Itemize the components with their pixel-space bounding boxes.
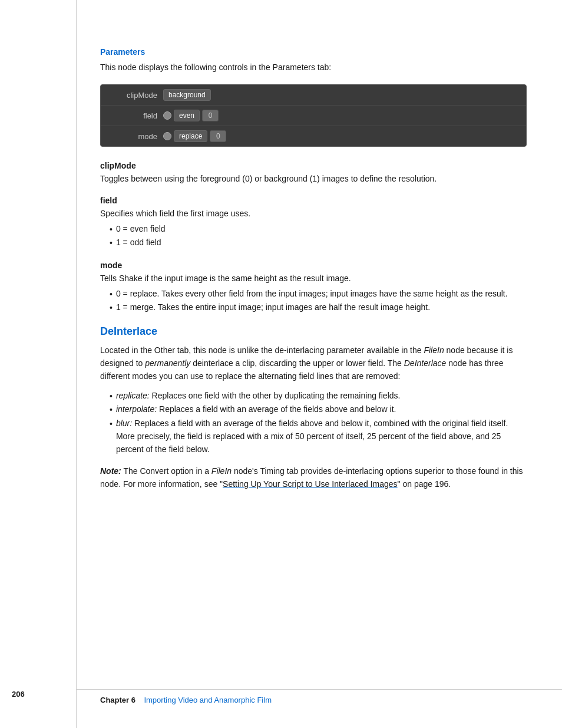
ui-panel-row-clipmode: clipMode background: [101, 85, 526, 106]
field-number[interactable]: 0: [202, 110, 219, 121]
mode-bullets: • 0 = replace. Takes every other field f…: [110, 287, 527, 315]
parameters-heading: Parameters: [100, 47, 527, 57]
field-control: even 0: [163, 110, 219, 121]
mode-param-name: mode: [100, 261, 527, 270]
note-link[interactable]: Setting Up Your Script to Use Interlaced…: [223, 479, 398, 489]
mode-section: mode Tells Shake if the input image is t…: [100, 261, 527, 315]
bullet-dot: •: [110, 223, 113, 236]
bullet-dot: •: [110, 236, 113, 249]
ui-panel-row-field: field even 0: [101, 106, 526, 126]
field-bullet-1: • 1 = odd field: [110, 236, 527, 249]
page-number: 206: [12, 690, 25, 699]
left-margin: 206: [0, 0, 77, 728]
bullet-dot: •: [110, 288, 113, 301]
parameters-section: Parameters This node displays the follow…: [100, 47, 527, 315]
footer-chapter-title: Importing Video and Anamorphic Film: [144, 696, 272, 704]
filein-italic: FileIn: [424, 345, 444, 355]
deinterlace-bullet-0-text: replicate: Replaces one field with the o…: [116, 389, 401, 403]
mode-label: mode: [110, 132, 157, 141]
page-container: 206 Parameters This node displays the fo…: [0, 0, 562, 728]
clipmode-param-desc: Toggles between using the foreground (0)…: [100, 173, 527, 185]
field-dropdown[interactable]: even: [174, 110, 200, 121]
note-label: Note:: [100, 466, 121, 476]
mode-number[interactable]: 0: [210, 130, 226, 142]
ui-panel: clipMode background field even 0: [100, 84, 527, 147]
deinterlace-section: DeInterlace Located in the Other tab, th…: [100, 325, 527, 491]
field-spin-btn[interactable]: [163, 111, 171, 120]
field-bullet-0: • 0 = even field: [110, 222, 527, 236]
mode-bullet-1-text: 1 = merge. Takes the entire input image;…: [116, 301, 430, 314]
bullet-dot: •: [110, 390, 113, 403]
bullet-dot: •: [110, 403, 113, 416]
bullet-dot: •: [110, 301, 113, 314]
deinterlace-bullet-1: • interpolate: Replaces a field with an …: [110, 403, 527, 416]
mode-bullet-0: • 0 = replace. Takes every other field f…: [110, 287, 527, 301]
mode-param-desc: Tells Shake if the input image is the sa…: [100, 272, 527, 285]
deinterlace-bullets: • replicate: Replaces one field with the…: [110, 389, 527, 456]
field-bullets: • 0 = even field • 1 = odd field: [110, 222, 527, 250]
footer: Chapter 6 Importing Video and Anamorphic…: [77, 689, 562, 704]
mode-bullet-0-text: 0 = replace. Takes every other field fro…: [116, 287, 508, 301]
deinterlace-body1: Located in the Other tab, this node is u…: [100, 344, 527, 383]
deinterlace-bullet-2: • blur: Replaces a field with an average…: [110, 417, 527, 456]
ui-panel-row-mode: mode replace 0: [101, 126, 526, 146]
permanently-italic: permanently: [145, 358, 190, 368]
content-area: Parameters This node displays the follow…: [77, 0, 562, 728]
note-text: Note: The Convert option in a FileIn nod…: [100, 465, 527, 491]
parameters-intro: This node displays the following control…: [100, 61, 527, 74]
field-section: field Specifies which field the first im…: [100, 196, 527, 250]
clipmode-section: clipMode Toggles between using the foreg…: [100, 161, 527, 185]
field-param-desc: Specifies which field the first image us…: [100, 207, 527, 220]
field-bullet-0-text: 0 = even field: [116, 222, 166, 236]
clipmode-label: clipMode: [110, 91, 157, 100]
deinterlace-title: DeInterlace: [100, 325, 527, 338]
mode-bullet-1: • 1 = merge. Takes the entire input imag…: [110, 301, 527, 314]
clipmode-dropdown[interactable]: background: [163, 89, 211, 101]
footer-chapter-label: Chapter 6: [100, 696, 135, 704]
mode-spin-btn[interactable]: [163, 132, 171, 140]
clipmode-param-name: clipMode: [100, 161, 527, 170]
deinterlace-bullet-0: • replicate: Replaces one field with the…: [110, 389, 527, 403]
bullet-dot: •: [110, 417, 113, 456]
deinterlace-bullet-2-text: blur: Replaces a field with an average o…: [116, 417, 527, 456]
footer-chapter: Chapter 6 Importing Video and Anamorphic…: [100, 696, 272, 704]
mode-dropdown[interactable]: replace: [174, 130, 207, 142]
mode-control: replace 0: [163, 130, 226, 142]
deinterlace-italic: DeInterlace: [404, 358, 447, 368]
filein-note-italic: FileIn: [211, 466, 232, 476]
deinterlace-bullet-1-text: interpolate: Replaces a field with an av…: [116, 403, 396, 416]
field-label: field: [110, 111, 157, 120]
clipmode-control: background: [163, 89, 211, 101]
field-param-name: field: [100, 196, 527, 205]
field-bullet-1-text: 1 = odd field: [116, 236, 161, 249]
